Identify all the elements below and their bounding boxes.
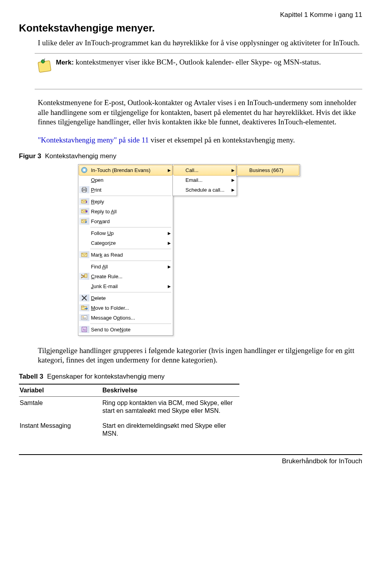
submenu-arrow-icon: ▶ (167, 231, 172, 235)
submenu-item-label: Call... (184, 167, 230, 173)
menu-item-label: Create Rule... (89, 274, 167, 279)
msgoptions-icon (79, 314, 89, 321)
menu-item-label: Reply to All (89, 209, 167, 214)
figure-caption: Figur 3 Kontekstavhengig meny (19, 152, 362, 160)
submenu-arrow-icon: ▶ (230, 168, 236, 172)
menu-item[interactable]: Find All▶ (79, 262, 172, 272)
menu-item[interactable]: Forward (79, 216, 172, 226)
forward-icon (79, 218, 89, 225)
submenu-arrow-icon: ▶ (167, 264, 172, 269)
crossref-link[interactable]: "Kontekstavhengig meny" på side 11 (38, 136, 149, 144)
context-menu-sub1: Call...▶Email...▶Schedule a call...▶ (172, 164, 237, 196)
menu-item-label: Send to OneNote (89, 327, 167, 333)
svg-rect-19 (82, 318, 86, 318)
createrule-icon (79, 273, 89, 280)
table-caption: Tabell 3 Egenskaper for kontekstavhengig… (19, 373, 362, 381)
menu-separator (90, 227, 171, 227)
table-title: Egenskaper for kontekstavhengig meny (47, 373, 165, 380)
menu-item-label: Message Options... (89, 315, 167, 321)
body-para-2: "Kontekstavhengig meny" på side 11 viser… (38, 135, 362, 145)
menu-item-label: Open (89, 177, 167, 183)
note-box: Merk: kontekstmenyer viser ikke BCM-, Ou… (35, 53, 362, 89)
note-label: Merk: (56, 59, 74, 66)
menu-item-label: Delete (89, 295, 167, 301)
table-cell-description: Ring opp kontakten via BCM, med Skype, e… (102, 397, 239, 420)
menu-item-label: Print (89, 187, 167, 193)
onenote-icon: N (79, 326, 89, 333)
submenu-item[interactable]: Email...▶ (174, 175, 236, 185)
menu-separator (90, 261, 171, 261)
menu-item[interactable]: Message Options... (79, 313, 172, 323)
footer-text: Brukerhåndbok for InTouch (19, 457, 362, 465)
menu-item-label: Find All (89, 264, 167, 270)
svg-rect-18 (82, 316, 84, 317)
table-row: Instant MessagingStart en direktemelding… (19, 420, 239, 442)
table-cell-description: Start en direktemeldingsøkt med Skype el… (102, 420, 239, 442)
menu-item-label: In-Touch (Brendan Evans) (89, 167, 167, 173)
submenu-item[interactable]: Call...▶ (173, 165, 236, 176)
submenu-item-label: Business (667) (248, 167, 293, 173)
menu-item-label: Follow Up (89, 230, 167, 236)
menu-item[interactable]: Create Rule... (79, 272, 172, 281)
note-pin-icon (36, 57, 53, 74)
svg-rect-16 (82, 306, 84, 307)
menu-item-label: Junk E-mail (89, 283, 167, 289)
table-label: Tabell 3 (19, 373, 43, 380)
print-icon (79, 186, 89, 193)
menu-item[interactable]: Mark as Read (79, 250, 172, 260)
properties-table: Variabel Beskrivelse SamtaleRing opp kon… (19, 384, 239, 442)
menu-item[interactable]: Reply (79, 197, 172, 207)
submenu-arrow-icon: ▶ (167, 284, 172, 288)
menu-item[interactable]: Junk E-mail▶ (79, 281, 172, 291)
menu-item[interactable]: Delete (79, 293, 172, 303)
body-para-1: Kontekstmenyene for E-post, Outlook-kont… (38, 98, 362, 127)
figure-label: Figur 3 (19, 152, 41, 160)
movefolder-icon (79, 304, 89, 311)
menu-item[interactable]: Print (79, 185, 172, 195)
submenu-arrow-icon: ▶ (167, 168, 172, 172)
context-menu-figure: In-Touch (Brendan Evans)▶OpenPrintReplyR… (78, 164, 362, 336)
submenu-item[interactable]: Schedule a call...▶ (174, 185, 236, 195)
menu-separator (90, 249, 171, 249)
svg-rect-6 (83, 187, 86, 189)
table-cell-variable: Samtale (19, 397, 102, 420)
submenu-arrow-icon: ▶ (230, 178, 236, 182)
svg-rect-20 (82, 318, 86, 319)
menu-item-label: Move to Folder... (89, 305, 167, 311)
menu-item[interactable]: Reply to All (79, 207, 172, 216)
svg-rect-7 (83, 190, 86, 192)
menu-item-label: Reply (89, 199, 167, 205)
menu-item[interactable]: Categorize▶ (79, 238, 172, 248)
intro-paragraph: I ulike deler av InTouch-programmet kan … (38, 38, 362, 48)
context-menu-main: In-Touch (Brendan Evans)▶OpenPrintReplyR… (78, 164, 173, 336)
section-title: Kontekstavhengige menyer. (19, 22, 362, 34)
submenu-item[interactable]: Business (667) (237, 165, 299, 176)
svg-point-4 (83, 169, 85, 171)
table-head-col2: Beskrivelse (102, 384, 239, 397)
replyall-icon (79, 208, 89, 215)
reply-icon (79, 198, 89, 205)
intouch-icon (79, 166, 89, 174)
figure-title: Kontekstavhengig meny (45, 152, 116, 160)
menu-item[interactable]: In-Touch (Brendan Evans)▶ (79, 165, 172, 176)
menu-item[interactable]: NSend to OneNote (79, 325, 172, 335)
after-figure-paragraph: Tilgjengelige handlinger grupperes i føl… (38, 346, 362, 365)
submenu-item-label: Schedule a call... (184, 187, 230, 193)
svg-text:N: N (83, 328, 86, 332)
menu-separator (90, 324, 171, 324)
menu-item[interactable]: Open (79, 175, 172, 185)
markread-icon (79, 251, 89, 258)
table-row: SamtaleRing opp kontakten via BCM, med S… (19, 397, 239, 420)
page-header-chapter: Kapittel 1 Komme i gang 11 (19, 11, 362, 19)
menu-item-label: Mark as Read (89, 252, 167, 258)
submenu-arrow-icon: ▶ (167, 241, 172, 245)
submenu-arrow-icon: ▶ (230, 188, 236, 192)
submenu-item-label: Email... (184, 177, 230, 183)
table-cell-variable: Instant Messaging (19, 420, 102, 442)
menu-item[interactable]: Move to Folder... (79, 303, 172, 313)
menu-separator (90, 292, 171, 292)
delete-icon (79, 294, 89, 301)
table-head-col1: Variabel (19, 384, 102, 397)
menu-item[interactable]: Follow Up▶ (79, 228, 172, 238)
menu-item-label: Forward (89, 218, 167, 224)
